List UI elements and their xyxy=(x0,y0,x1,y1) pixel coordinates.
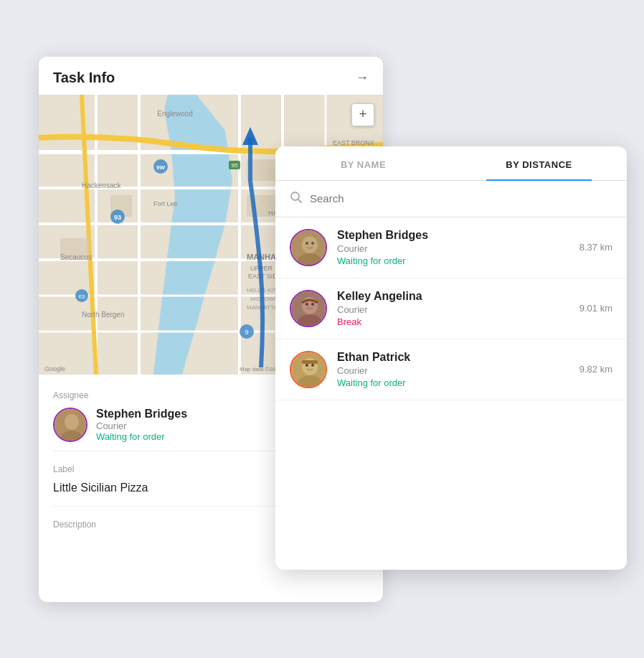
svg-text:Secaucus: Secaucus xyxy=(60,253,92,261)
tab-by-distance[interactable]: BY DISTANCE xyxy=(451,146,627,180)
svg-text:93: 93 xyxy=(114,214,121,221)
map-zoom-button[interactable]: + xyxy=(351,103,374,126)
courier-name-1: Stephen Bridges xyxy=(337,229,569,242)
svg-text:EAST BRONX: EAST BRONX xyxy=(333,139,374,146)
courier-details-1: Stephen Bridges Courier Waiting for orde… xyxy=(337,229,569,266)
courier-avatar-2 xyxy=(290,290,327,327)
svg-point-51 xyxy=(65,414,79,430)
svg-point-63 xyxy=(306,303,308,306)
svg-text:North Bergen: North Bergen xyxy=(82,311,124,319)
courier-list: Stephen Bridges Courier Waiting for orde… xyxy=(275,217,627,400)
svg-point-58 xyxy=(306,242,308,245)
svg-text:63: 63 xyxy=(79,293,85,300)
courier-status-3: Waiting for order xyxy=(337,377,569,388)
assignee-avatar xyxy=(53,408,87,442)
svg-point-59 xyxy=(311,242,314,245)
svg-point-56 xyxy=(302,236,318,253)
svg-text:Englewood: Englewood xyxy=(157,110,192,118)
task-close-icon[interactable]: → xyxy=(356,70,369,85)
courier-role-2: Courier xyxy=(337,304,569,315)
assignee-name: Stephen Bridges xyxy=(96,408,187,420)
courier-name-2: Kelley Angelina xyxy=(337,290,569,303)
courier-distance-2: 9.01 km xyxy=(579,303,612,314)
svg-text:Fort Lee: Fort Lee xyxy=(153,200,178,207)
courier-avatar-1 xyxy=(290,229,327,266)
courier-role-3: Courier xyxy=(337,365,569,376)
task-header: Task Info → xyxy=(39,57,383,95)
svg-text:9W: 9W xyxy=(156,164,165,171)
svg-rect-70 xyxy=(302,360,318,364)
search-icon xyxy=(290,191,303,207)
courier-panel: BY NAME BY DISTANCE xyxy=(275,146,627,570)
courier-name-3: Ethan Patrick xyxy=(337,351,569,364)
search-bar xyxy=(275,181,627,217)
courier-status-2: Break xyxy=(337,316,569,327)
assignee-info: Stephen Bridges Courier Waiting for orde… xyxy=(96,408,187,442)
courier-details-2: Kelley Angelina Courier Break xyxy=(337,290,569,327)
courier-role-1: Courier xyxy=(337,243,569,254)
svg-point-64 xyxy=(311,303,314,306)
courier-details-3: Ethan Patrick Courier Waiting for order xyxy=(337,351,569,388)
svg-text:Google: Google xyxy=(44,365,65,372)
svg-point-69 xyxy=(311,364,314,367)
courier-distance-3: 9.82 km xyxy=(579,364,612,375)
svg-line-54 xyxy=(298,199,302,202)
svg-text:95: 95 xyxy=(232,162,238,169)
courier-distance-1: 8.37 km xyxy=(579,242,612,253)
tab-bar: BY NAME BY DISTANCE xyxy=(275,146,627,181)
courier-item[interactable]: Ethan Patrick Courier Waiting for order … xyxy=(275,339,627,400)
assignee-status: Waiting for order xyxy=(96,431,187,442)
courier-status-1: Waiting for order xyxy=(337,255,569,266)
tab-by-name[interactable]: BY NAME xyxy=(275,146,451,180)
task-title: Task Info xyxy=(53,70,115,86)
search-input[interactable] xyxy=(310,192,612,205)
svg-text:Hackensack: Hackensack xyxy=(82,182,121,189)
assignee-role: Courier xyxy=(96,420,187,431)
svg-text:9: 9 xyxy=(245,329,248,336)
courier-item[interactable]: Kelley Angelina Courier Break 9.01 km xyxy=(275,278,627,339)
scene: Task Info → xyxy=(17,35,627,624)
svg-point-68 xyxy=(306,364,308,367)
courier-avatar-3 xyxy=(290,351,327,388)
courier-item[interactable]: Stephen Bridges Courier Waiting for orde… xyxy=(275,217,627,278)
